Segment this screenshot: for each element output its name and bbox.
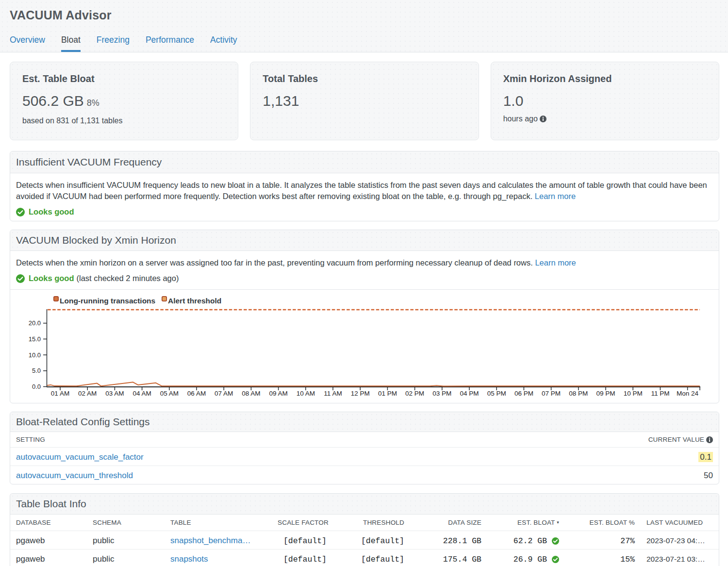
svg-text:Alert threshold: Alert threshold <box>168 297 221 305</box>
svg-text:06 AM: 06 AM <box>187 390 206 397</box>
svg-text:01 AM: 01 AM <box>51 390 69 397</box>
svg-text:06 PM: 06 PM <box>514 390 533 397</box>
svg-text:04 AM: 04 AM <box>132 390 151 397</box>
svg-text:07 PM: 07 PM <box>542 390 561 397</box>
svg-text:02 PM: 02 PM <box>405 390 424 397</box>
svg-text:12 PM: 12 PM <box>351 390 370 397</box>
svg-text:03 AM: 03 AM <box>105 390 124 397</box>
svg-text:10 PM: 10 PM <box>624 390 643 397</box>
svg-text:01 PM: 01 PM <box>378 390 397 397</box>
svg-text:Long-running transactions: Long-running transactions <box>60 297 155 305</box>
svg-text:11 PM: 11 PM <box>651 390 669 397</box>
svg-text:09 PM: 09 PM <box>596 390 615 397</box>
svg-text:03 PM: 03 PM <box>432 390 451 397</box>
svg-text:02 AM: 02 AM <box>78 390 97 397</box>
svg-text:10 AM: 10 AM <box>297 390 315 397</box>
svg-text:5.0: 5.0 <box>32 367 41 374</box>
svg-text:15.0: 15.0 <box>29 335 41 343</box>
svg-text:08 AM: 08 AM <box>242 390 260 397</box>
svg-text:11 AM: 11 AM <box>324 390 342 397</box>
svg-text:05 AM: 05 AM <box>160 390 179 397</box>
svg-text:0.0: 0.0 <box>32 383 41 390</box>
svg-text:20.0: 20.0 <box>29 319 41 327</box>
svg-text:04 PM: 04 PM <box>460 390 479 397</box>
svg-text:05 PM: 05 PM <box>487 390 506 397</box>
svg-text:08 PM: 08 PM <box>569 390 588 397</box>
svg-text:07 AM: 07 AM <box>215 390 233 397</box>
svg-text:Mon 24: Mon 24 <box>677 390 699 397</box>
svg-text:09 AM: 09 AM <box>269 390 287 397</box>
svg-text:10.0: 10.0 <box>29 351 41 359</box>
